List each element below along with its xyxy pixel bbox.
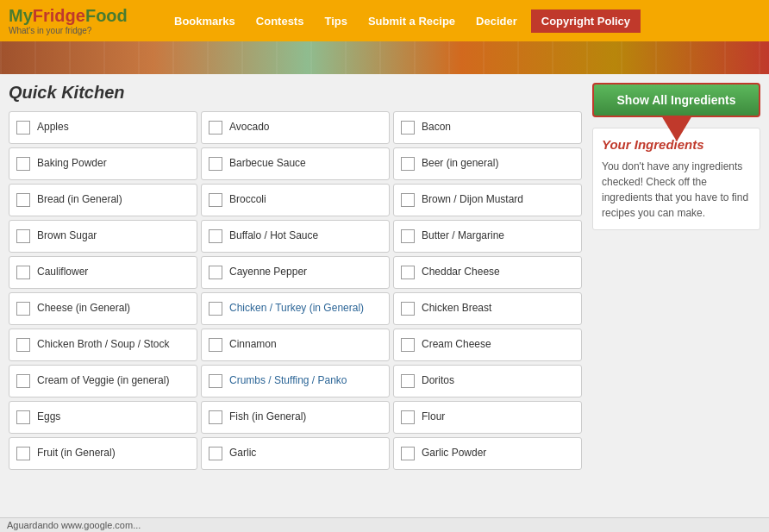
ingredient-label: Bacon bbox=[422, 121, 451, 135]
ingredient-checkbox[interactable] bbox=[401, 193, 415, 207]
nav-tips[interactable]: Tips bbox=[314, 9, 358, 33]
ingredient-checkbox[interactable] bbox=[401, 229, 415, 243]
ingredient-item[interactable]: Garlic bbox=[201, 437, 390, 470]
ingredient-checkbox[interactable] bbox=[401, 338, 415, 352]
ingredient-item[interactable]: Cauliflower bbox=[9, 256, 197, 289]
ingredient-item[interactable]: Cream Cheese bbox=[393, 329, 582, 361]
ingredient-item[interactable]: Doritos bbox=[393, 365, 582, 397]
ingredient-checkbox[interactable] bbox=[16, 302, 30, 316]
ingredient-item[interactable]: Barbecue Sauce bbox=[201, 147, 390, 180]
ingredient-label: Chicken Broth / Soup / Stock bbox=[37, 338, 169, 352]
ingredient-item[interactable]: Bread (in General) bbox=[9, 184, 197, 216]
ingredient-checkbox[interactable] bbox=[16, 157, 30, 171]
nav-bookmarks[interactable]: Bookmarks bbox=[164, 9, 246, 33]
ingredient-label: Chicken / Turkey (in General) bbox=[229, 302, 364, 316]
ingredient-checkbox[interactable] bbox=[209, 338, 222, 352]
ingredient-item[interactable]: Baking Powder bbox=[9, 147, 197, 180]
ingredient-label: Beer (in general) bbox=[422, 157, 498, 171]
page-title: Quick Kitchen bbox=[9, 83, 582, 103]
ingredient-label: Flour bbox=[422, 410, 445, 424]
ingredient-item[interactable]: Cayenne Pepper bbox=[201, 256, 390, 289]
ingredient-item[interactable]: Buffalo / Hot Sauce bbox=[201, 220, 390, 253]
header: MyFridgeFood What's in your fridge? Book… bbox=[0, 0, 769, 41]
ingredient-label: Brown Sugar bbox=[37, 229, 97, 243]
ingredient-checkbox[interactable] bbox=[401, 121, 415, 135]
ingredient-label: Butter / Margarine bbox=[422, 229, 504, 243]
ingredient-item[interactable]: Cinnamon bbox=[201, 329, 390, 361]
main-container: Quick Kitchen ApplesAvocadoBaconBaking P… bbox=[0, 74, 769, 479]
ingredient-item[interactable]: Cream of Veggie (in general) bbox=[9, 365, 197, 397]
ingredient-checkbox[interactable] bbox=[209, 266, 222, 279]
ingredient-label: Chicken Breast bbox=[422, 302, 491, 316]
ingredient-item[interactable]: Chicken Broth / Soup / Stock bbox=[9, 329, 197, 361]
ingredient-checkbox[interactable] bbox=[401, 266, 415, 279]
ingredient-checkbox[interactable] bbox=[16, 410, 30, 424]
ingredient-label: Cheese (in General) bbox=[37, 302, 130, 316]
ingredient-label: Fruit (in General) bbox=[37, 447, 116, 460]
ingredient-item[interactable]: Avocado bbox=[201, 111, 390, 144]
ingredient-label: Barbecue Sauce bbox=[229, 157, 306, 171]
ingredient-checkbox[interactable] bbox=[401, 302, 415, 316]
ingredient-label: Doritos bbox=[422, 374, 454, 388]
ingredient-item[interactable]: Bacon bbox=[393, 111, 582, 144]
ingredient-item[interactable]: Garlic Powder bbox=[393, 437, 582, 470]
ingredient-label: Cream of Veggie (in general) bbox=[37, 374, 169, 388]
nav-contests[interactable]: Contests bbox=[246, 9, 315, 33]
ingredient-item[interactable]: Fruit (in General) bbox=[9, 437, 197, 470]
ingredient-checkbox[interactable] bbox=[401, 157, 415, 171]
ingredient-item[interactable]: Crumbs / Stuffing / Panko bbox=[201, 365, 390, 397]
ingredient-checkbox[interactable] bbox=[401, 410, 415, 424]
ingredient-label: Eggs bbox=[37, 410, 60, 424]
ingredient-checkbox[interactable] bbox=[209, 374, 222, 388]
ingredient-item[interactable]: Broccoli bbox=[201, 184, 390, 216]
ingredient-checkbox[interactable] bbox=[209, 410, 222, 424]
ingredient-checkbox[interactable] bbox=[16, 121, 30, 135]
ingredient-checkbox[interactable] bbox=[16, 338, 30, 352]
ingredient-item[interactable]: Brown / Dijon Mustard bbox=[393, 184, 582, 216]
show-all-ingredients-button[interactable]: Show All Ingredients bbox=[592, 83, 760, 117]
ingredient-checkbox[interactable] bbox=[209, 157, 222, 171]
ingredient-item[interactable]: Chicken Breast bbox=[393, 292, 582, 325]
ingredient-checkbox[interactable] bbox=[209, 121, 222, 135]
ingredient-item[interactable]: Flour bbox=[393, 401, 582, 434]
ingredient-item[interactable]: Cheddar Cheese bbox=[393, 256, 582, 289]
arrow-container: Show All Ingredients bbox=[592, 83, 760, 117]
ingredient-checkbox[interactable] bbox=[16, 193, 30, 207]
main-nav: Bookmarks Contests Tips Submit a Recipe … bbox=[164, 9, 760, 33]
ingredient-item[interactable]: Cheese (in General) bbox=[9, 292, 197, 325]
ingredient-item[interactable]: Apples bbox=[9, 111, 197, 144]
logo-title[interactable]: MyFridgeFood bbox=[9, 6, 147, 26]
ingredient-label: Broccoli bbox=[229, 193, 266, 207]
ingredient-checkbox[interactable] bbox=[16, 266, 30, 279]
ingredient-item[interactable]: Brown Sugar bbox=[9, 220, 197, 253]
ingredient-checkbox[interactable] bbox=[209, 229, 222, 243]
ingredient-label: Baking Powder bbox=[37, 157, 107, 171]
sidebar: Show All Ingredients Your Ingredients Yo… bbox=[592, 83, 760, 470]
ingredient-checkbox[interactable] bbox=[16, 374, 30, 388]
ingredient-checkbox[interactable] bbox=[209, 193, 222, 207]
ingredient-item[interactable]: Beer (in general) bbox=[393, 147, 582, 180]
ingredient-label: Fish (in General) bbox=[229, 410, 306, 424]
ingredient-checkbox[interactable] bbox=[16, 447, 30, 460]
ingredient-checkbox[interactable] bbox=[209, 447, 222, 460]
ingredient-label: Brown / Dijon Mustard bbox=[422, 193, 523, 207]
ingredient-checkbox[interactable] bbox=[16, 229, 30, 243]
your-ingredients-text: You don't have any ingredients checked! … bbox=[602, 159, 751, 221]
ingredient-item[interactable]: Chicken / Turkey (in General) bbox=[201, 292, 390, 325]
ingredient-item[interactable]: Fish (in General) bbox=[201, 401, 390, 434]
ingredient-item[interactable]: Butter / Margarine bbox=[393, 220, 582, 253]
nav-submit[interactable]: Submit a Recipe bbox=[358, 9, 466, 33]
logo-subtitle: What's in your fridge? bbox=[9, 26, 147, 35]
ingredient-checkbox[interactable] bbox=[209, 302, 222, 316]
ingredient-item[interactable]: Eggs bbox=[9, 401, 197, 434]
ingredient-checkbox[interactable] bbox=[401, 447, 415, 460]
ingredient-label: Bread (in General) bbox=[37, 193, 122, 207]
ingredient-label: Cayenne Pepper bbox=[229, 266, 307, 279]
ingredient-label: Garlic bbox=[229, 447, 256, 460]
nav-decider[interactable]: Decider bbox=[466, 9, 528, 33]
ingredient-label: Crumbs / Stuffing / Panko bbox=[229, 374, 347, 388]
ingredient-label: Cauliflower bbox=[37, 266, 88, 279]
ingredient-checkbox[interactable] bbox=[401, 374, 415, 388]
nav-copyright[interactable]: Copyright Policy bbox=[531, 9, 641, 33]
ingredient-label: Cheddar Cheese bbox=[422, 266, 500, 279]
